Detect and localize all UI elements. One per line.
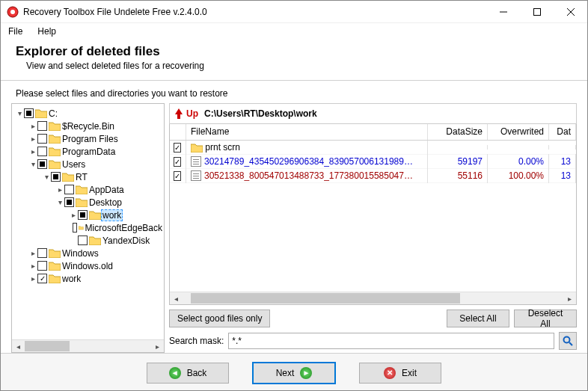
grid-row-file[interactable]: 30214789_435450296906384_839057006131989… bbox=[170, 155, 576, 169]
folder-icon bbox=[191, 143, 203, 153]
next-arrow-icon: ► bbox=[300, 367, 312, 379]
search-icon bbox=[563, 336, 573, 346]
current-path: C:\Users\RT\Desktop\work bbox=[204, 108, 317, 119]
page-title: Explorer of deleted files bbox=[16, 44, 572, 59]
checkbox[interactable] bbox=[37, 274, 47, 283]
search-row: Search mask: bbox=[169, 332, 577, 353]
search-label: Search mask: bbox=[169, 336, 224, 346]
app-icon bbox=[7, 6, 19, 18]
main-area: ▾C: ▸$Recycle.Bin ▸Program Files ▸Progra… bbox=[1, 103, 587, 353]
file-icon bbox=[191, 170, 201, 181]
grid-row-folder[interactable]: prnt scrn bbox=[170, 141, 576, 155]
tree-node-selected[interactable]: ▸work bbox=[12, 209, 164, 221]
menu-file[interactable]: File bbox=[5, 25, 25, 38]
tree-node[interactable]: YandexDisk bbox=[12, 234, 164, 247]
checkbox[interactable] bbox=[37, 121, 47, 131]
checkbox[interactable] bbox=[24, 108, 34, 118]
wizard-nav: ◄ Back Next ► ✕ Exit bbox=[1, 353, 587, 390]
tree-node[interactable]: ▸Program Files bbox=[12, 132, 164, 145]
window-title: Recovery Toolbox File Undelete Free v.2.… bbox=[23, 7, 486, 17]
checkbox[interactable] bbox=[37, 248, 47, 258]
checkbox[interactable] bbox=[37, 147, 47, 156]
checkbox[interactable] bbox=[37, 261, 47, 271]
back-arrow-icon: ◄ bbox=[169, 367, 181, 379]
col-filename[interactable]: FileName bbox=[186, 124, 428, 140]
folder-tree-panel: ▾C: ▸$Recycle.Bin ▸Program Files ▸Progra… bbox=[11, 103, 165, 353]
divider bbox=[1, 80, 587, 81]
menubar: File Help bbox=[1, 23, 587, 40]
tree-node[interactable]: ▸$Recycle.Bin bbox=[12, 120, 164, 132]
grid-row-file[interactable]: 30521338_800547013488733_177380015585047… bbox=[170, 169, 576, 183]
maximize-button[interactable] bbox=[520, 1, 554, 22]
svg-point-1 bbox=[10, 10, 15, 14]
page-header: Explorer of deleted files View and selec… bbox=[1, 40, 587, 77]
titlebar: Recovery Toolbox File Undelete Free v.2.… bbox=[1, 1, 587, 23]
row-checkbox[interactable] bbox=[174, 143, 181, 153]
deselect-all-button[interactable]: Deselect All bbox=[514, 310, 577, 327]
tree-node[interactable]: ▾RT bbox=[12, 170, 164, 183]
tree-node[interactable]: ▸Windows.old bbox=[12, 259, 164, 272]
svg-line-7 bbox=[569, 342, 572, 345]
checkbox[interactable] bbox=[78, 210, 88, 220]
checkbox[interactable] bbox=[37, 159, 47, 169]
tree-node[interactable]: ▸Windows bbox=[12, 247, 164, 259]
col-datasize[interactable]: DataSize bbox=[428, 124, 488, 140]
select-all-button[interactable]: Select All bbox=[447, 310, 509, 327]
col-overwrited[interactable]: Overwrited bbox=[488, 124, 549, 140]
file-panel: Up C:\Users\RT\Desktop\work FileName Dat… bbox=[169, 103, 577, 353]
tree-node[interactable]: ▸AppData bbox=[12, 183, 164, 196]
svg-rect-3 bbox=[533, 8, 540, 15]
selection-buttons: Select good files only Select All Desele… bbox=[169, 305, 577, 332]
back-button[interactable]: ◄ Back bbox=[147, 363, 229, 384]
tree-hscrollbar[interactable]: ◂▸ bbox=[12, 339, 164, 352]
checkbox[interactable] bbox=[64, 197, 74, 207]
menu-help[interactable]: Help bbox=[34, 25, 59, 38]
close-button[interactable] bbox=[554, 1, 587, 22]
tree-node-c[interactable]: ▾C: bbox=[12, 107, 164, 120]
minimize-button[interactable] bbox=[486, 1, 520, 22]
select-good-button[interactable]: Select good files only bbox=[169, 310, 270, 327]
next-button[interactable]: Next ► bbox=[253, 363, 335, 384]
path-bar: Up C:\Users\RT\Desktop\work bbox=[169, 103, 577, 124]
col-date[interactable]: Dat bbox=[549, 124, 576, 140]
checkbox[interactable] bbox=[51, 172, 61, 182]
checkbox[interactable] bbox=[78, 235, 88, 245]
search-mask-input[interactable] bbox=[228, 333, 554, 349]
checkbox[interactable] bbox=[64, 185, 74, 194]
exit-icon: ✕ bbox=[384, 367, 396, 379]
file-icon bbox=[191, 156, 201, 167]
row-checkbox[interactable] bbox=[174, 157, 181, 167]
tree-node[interactable]: ▾Users bbox=[12, 158, 164, 170]
search-button[interactable] bbox=[559, 332, 577, 350]
window-controls bbox=[486, 1, 587, 22]
file-grid: FileName DataSize Overwrited Dat prnt sc… bbox=[169, 124, 577, 305]
grid-rows: prnt scrn 30214789_435450296906384_83905… bbox=[170, 141, 576, 292]
tree-node[interactable]: ▾Desktop bbox=[12, 196, 164, 209]
row-checkbox[interactable] bbox=[174, 171, 181, 181]
exit-button[interactable]: ✕ Exit bbox=[359, 363, 441, 384]
tree-node[interactable]: MicrosoftEdgeBack bbox=[12, 221, 164, 234]
checkbox[interactable] bbox=[73, 223, 77, 233]
app-window: Recovery Toolbox File Undelete Free v.2.… bbox=[0, 0, 588, 391]
svg-point-6 bbox=[564, 337, 570, 343]
page-subtitle: View and select deleted files for a reco… bbox=[26, 61, 572, 71]
checkbox[interactable] bbox=[37, 134, 47, 144]
folder-tree[interactable]: ▾C: ▸$Recycle.Bin ▸Program Files ▸Progra… bbox=[12, 104, 164, 339]
up-arrow-icon bbox=[174, 108, 183, 119]
grid-header[interactable]: FileName DataSize Overwrited Dat bbox=[170, 124, 576, 141]
grid-hscrollbar[interactable]: ◂▸ bbox=[170, 292, 576, 304]
up-button[interactable]: Up bbox=[174, 108, 198, 119]
tree-node[interactable]: ▸ProgramData bbox=[12, 145, 164, 158]
instruction-text: Please select files and directories you … bbox=[1, 88, 587, 103]
tree-node[interactable]: ▸work bbox=[12, 272, 164, 285]
